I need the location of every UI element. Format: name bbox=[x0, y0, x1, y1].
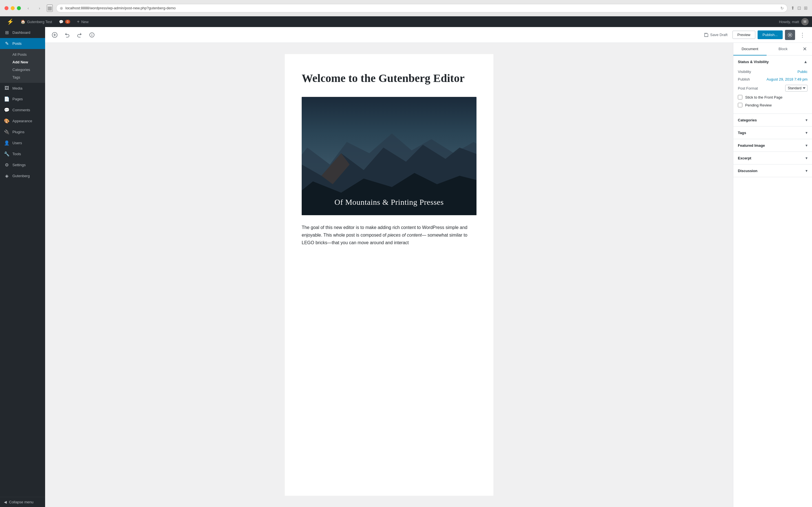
tab-view-button[interactable]: ▦ bbox=[47, 4, 53, 12]
section-status-chevron: ▲ bbox=[804, 59, 808, 64]
section-featured-image-header[interactable]: Featured Image ▾ bbox=[733, 139, 812, 152]
sidebar-sub-tags[interactable]: Tags bbox=[0, 73, 45, 81]
section-discussion: Discussion ▾ bbox=[733, 165, 812, 177]
post-featured-image-block[interactable]: Of Mountains & Printing Presses bbox=[302, 97, 476, 215]
post-body[interactable]: The goal of this new editor is to make a… bbox=[302, 224, 476, 247]
collapse-menu[interactable]: ◀ Collapse menu bbox=[0, 497, 45, 507]
undo-button[interactable] bbox=[62, 30, 72, 40]
pending-review-checkbox[interactable] bbox=[738, 103, 742, 107]
sidebar-item-posts[interactable]: ✎ Posts bbox=[0, 38, 45, 49]
section-discussion-chevron: ▾ bbox=[806, 168, 808, 173]
editor-main[interactable]: Welcome to the Gutenberg Editor bbox=[45, 43, 733, 507]
editor-settings-button[interactable] bbox=[785, 30, 795, 40]
save-draft-button[interactable]: Save Draft bbox=[701, 31, 730, 39]
section-categories-chevron: ▾ bbox=[806, 118, 808, 122]
sidebar-item-pages[interactable]: 📄 Pages bbox=[0, 94, 45, 105]
visibility-row: Visibility Public bbox=[738, 68, 808, 75]
section-excerpt-title: Excerpt bbox=[738, 156, 751, 160]
preview-button[interactable]: Preview bbox=[732, 31, 755, 39]
toolbar-right: Save Draft Preview Publish... ⋮ bbox=[701, 30, 808, 40]
panel-close-button[interactable]: ✕ bbox=[800, 44, 810, 54]
extensions-button[interactable]: ⊞ bbox=[804, 5, 808, 11]
sidebar-item-dashboard[interactable]: ⊞ Dashboard bbox=[0, 27, 45, 38]
minimize-dot[interactable] bbox=[11, 6, 15, 10]
more-options-button[interactable]: ⋮ bbox=[797, 30, 808, 40]
back-button[interactable]: ‹ bbox=[24, 4, 32, 12]
section-status-body: Visibility Public Publish August 29, 201… bbox=[733, 68, 812, 114]
forward-button[interactable]: › bbox=[36, 4, 43, 12]
tools-icon: 🔧 bbox=[4, 151, 10, 157]
visibility-value[interactable]: Public bbox=[798, 69, 808, 74]
avatar-initial: M bbox=[804, 20, 806, 24]
sidebar-item-users[interactable]: 👤 Users bbox=[0, 137, 45, 149]
url-text: localhost:8888/wordpress/wp-admin/post-n… bbox=[65, 6, 175, 10]
admin-bar-site-name[interactable]: 🏠 Gutenberg Test bbox=[17, 16, 56, 27]
section-excerpt: Excerpt ▾ bbox=[733, 152, 812, 165]
posts-icon: ✎ bbox=[4, 41, 10, 46]
tab-document[interactable]: Document bbox=[733, 43, 767, 55]
plugins-label: Plugins bbox=[12, 130, 24, 134]
section-tags-header[interactable]: Tags ▾ bbox=[733, 126, 812, 139]
info-button[interactable] bbox=[87, 30, 97, 40]
post-format-select[interactable]: Standard Aside Image Video Quote Link bbox=[785, 85, 808, 92]
section-status-header[interactable]: Status & Visibility ▲ bbox=[733, 55, 812, 68]
section-categories-header[interactable]: Categories ▾ bbox=[733, 114, 812, 126]
publish-value[interactable]: August 29, 2018 7:49 pm bbox=[767, 77, 808, 81]
plugins-icon: 🔌 bbox=[4, 129, 10, 135]
pending-review-label[interactable]: Pending Review bbox=[745, 103, 772, 107]
wp-logo[interactable]: ⚡ bbox=[3, 18, 17, 25]
sidebar-item-tools[interactable]: 🔧 Tools bbox=[0, 149, 45, 159]
post-body-em: pieces of content bbox=[388, 233, 422, 237]
section-featured-image-chevron: ▾ bbox=[806, 143, 808, 148]
site-icon: 🏠 bbox=[20, 19, 26, 24]
toolbar-left bbox=[50, 30, 97, 40]
sidebar-sub-add-new[interactable]: Add New bbox=[0, 58, 45, 66]
admin-bar-comments[interactable]: 💬 0 bbox=[56, 16, 73, 27]
stick-front-checkbox[interactable] bbox=[738, 95, 742, 100]
stick-front-row: Stick to the Front Page bbox=[738, 93, 808, 101]
document-panel: Document Block ✕ Status & Visibility ▲ bbox=[733, 43, 812, 507]
wp-admin-bar: ⚡ 🏠 Gutenberg Test 💬 0 + New Howdy, matt… bbox=[0, 16, 812, 27]
section-excerpt-header[interactable]: Excerpt ▾ bbox=[733, 152, 812, 164]
admin-bar-new[interactable]: + New bbox=[73, 16, 92, 27]
close-dot[interactable] bbox=[4, 6, 8, 10]
url-bar[interactable]: ⊕ localhost:8888/wordpress/wp-admin/post… bbox=[56, 4, 788, 12]
admin-bar-user[interactable]: Howdy, matt M bbox=[779, 18, 809, 25]
new-tab-button[interactable]: ⊡ bbox=[797, 5, 801, 11]
maximize-dot[interactable] bbox=[17, 6, 21, 10]
add-block-button[interactable] bbox=[50, 30, 60, 40]
collapse-icon: ◀ bbox=[4, 500, 7, 504]
image-caption-text: Of Mountains & Printing Presses bbox=[326, 189, 452, 215]
posts-submenu: All Posts Add New Categories Tags bbox=[0, 49, 45, 83]
settings-label: Settings bbox=[12, 163, 26, 167]
tab-block[interactable]: Block bbox=[767, 43, 800, 55]
gutenberg-label: Gutenberg bbox=[12, 174, 30, 178]
svg-rect-6 bbox=[705, 33, 707, 34]
sidebar-item-comments[interactable]: 💬 Comments bbox=[0, 105, 45, 115]
sidebar-sub-categories[interactable]: Categories bbox=[0, 66, 45, 73]
settings-icon: ⚙ bbox=[4, 162, 10, 168]
gutenberg-icon: ◈ bbox=[4, 173, 10, 179]
sidebar-item-gutenberg[interactable]: ◈ Gutenberg bbox=[0, 170, 45, 181]
sidebar-item-appearance[interactable]: 🎨 Appearance bbox=[0, 115, 45, 126]
share-button[interactable]: ⬆ bbox=[791, 5, 795, 11]
sidebar-item-media[interactable]: 🖼 Media bbox=[0, 83, 45, 94]
sidebar-item-plugins[interactable]: 🔌 Plugins bbox=[0, 126, 45, 137]
redo-button[interactable] bbox=[74, 30, 85, 40]
howdy-text: Howdy, matt bbox=[779, 20, 799, 24]
sidebar-sub-all-posts[interactable]: All Posts bbox=[0, 51, 45, 58]
post-title[interactable]: Welcome to the Gutenberg Editor bbox=[302, 71, 476, 86]
sidebar: ⊞ Dashboard ✎ Posts All Posts Add New Ca… bbox=[0, 27, 45, 507]
section-discussion-header[interactable]: Discussion ▾ bbox=[733, 165, 812, 177]
section-status-title: Status & Visibility bbox=[738, 60, 769, 64]
new-plus-icon: + bbox=[77, 19, 80, 24]
sidebar-item-settings[interactable]: ⚙ Settings bbox=[0, 159, 45, 170]
collapse-label: Collapse menu bbox=[9, 500, 34, 504]
section-categories: Categories ▾ bbox=[733, 114, 812, 126]
pending-review-row: Pending Review bbox=[738, 101, 808, 109]
stick-front-label[interactable]: Stick to the Front Page bbox=[745, 95, 782, 100]
browser-actions: ⬆ ⊡ ⊞ bbox=[791, 5, 808, 11]
section-featured-image: Featured Image ▾ bbox=[733, 139, 812, 152]
publish-button[interactable]: Publish... bbox=[758, 31, 783, 39]
editor-canvas: Welcome to the Gutenberg Editor bbox=[285, 54, 493, 496]
